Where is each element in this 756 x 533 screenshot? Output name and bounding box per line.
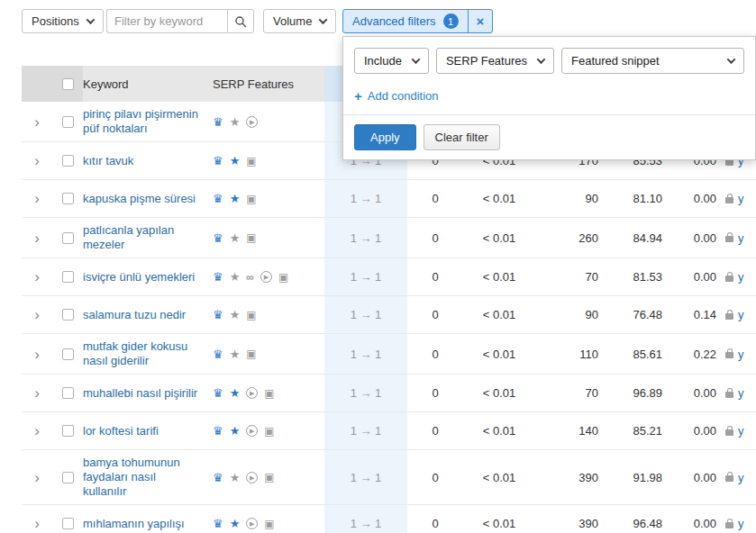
row-checkbox[interactable]: [62, 309, 74, 321]
table-row: salamura tuzu nedir ♛★▣ 1 → 1 0 < 0.01 9…: [22, 296, 756, 334]
expand-chevron-icon[interactable]: [34, 516, 40, 531]
star-icon: ★: [230, 425, 241, 437]
traffic-cell: < 0.01: [463, 386, 535, 400]
table-row: mıhlamanın yapılışı ♛★▶▣ 1 → 1 0 < 0.01 …: [22, 505, 756, 533]
kd-cell: 96.48: [606, 517, 668, 530]
keyword-link[interactable]: salamura tuzu nedir: [83, 308, 186, 322]
search-icon: [234, 15, 247, 28]
table-row: mutfak gider kokusu nasıl giderilir ♛★▣ …: [22, 334, 756, 375]
row-checkbox[interactable]: [62, 232, 74, 244]
volume-dropdown[interactable]: Volume: [263, 9, 336, 33]
star-icon: ★: [230, 271, 241, 283]
diff-cell: 0: [407, 471, 463, 484]
row-checkbox[interactable]: [62, 155, 74, 167]
expand-chevron-icon[interactable]: [34, 423, 40, 438]
row-checkbox[interactable]: [62, 271, 74, 283]
keyword-link[interactable]: pirinç pilavı pişirmenin püf noktaları: [83, 107, 200, 136]
kd-cell: 81.10: [606, 192, 668, 205]
clear-filter-button[interactable]: Clear filter: [424, 124, 500, 150]
star-icon: ★: [230, 155, 241, 167]
diff-cell: 0: [407, 386, 463, 400]
kd-cell: 91.98: [606, 471, 668, 484]
video-icon: ▶: [246, 518, 258, 529]
row-checkbox[interactable]: [62, 518, 74, 529]
url-link[interactable]: y: [738, 308, 744, 321]
keyword-link[interactable]: patlıcanla yapılan mezeler: [83, 223, 200, 252]
include-select[interactable]: Include: [354, 48, 429, 74]
select-all-checkbox[interactable]: [62, 78, 74, 90]
url-cell: y: [722, 231, 756, 245]
expand-chevron-icon[interactable]: [34, 114, 40, 130]
serp-features-cell: ♛★∞▶▣: [207, 271, 324, 283]
keyword-link[interactable]: isviçre ünlü yemekleri: [83, 270, 195, 285]
image-icon: ▣: [264, 426, 274, 437]
cpc-cell: 0.00: [668, 231, 722, 245]
url-link[interactable]: y: [738, 192, 744, 205]
url-link[interactable]: y: [738, 424, 744, 438]
cpc-cell: 0.00: [668, 471, 722, 484]
keyword-link[interactable]: bamya tohumunun faydaları nasıl kullanıl…: [83, 456, 200, 499]
traffic-cell: < 0.01: [463, 270, 535, 284]
expand-chevron-icon[interactable]: [34, 269, 40, 285]
diff-cell: 0: [407, 270, 463, 284]
row-checkbox[interactable]: [62, 425, 74, 437]
star-icon: ★: [230, 309, 241, 321]
diff-cell: 0: [407, 192, 463, 205]
row-checkbox[interactable]: [62, 348, 74, 360]
video-icon: ▶: [246, 387, 258, 399]
add-condition-link[interactable]: Add condition: [354, 88, 439, 104]
traffic-cell: < 0.01: [463, 424, 535, 438]
featured-snippet-icon: ♛: [213, 387, 223, 399]
link-icon: ∞: [246, 272, 254, 283]
expand-chevron-icon[interactable]: [34, 153, 40, 168]
keyword-link[interactable]: mutfak gider kokusu nasıl giderilir: [83, 339, 200, 368]
url-link[interactable]: y: [738, 231, 744, 245]
featured-snippet-icon: ♛: [213, 472, 223, 483]
position-cell: 1 → 1: [324, 180, 407, 217]
url-link[interactable]: y: [738, 471, 744, 484]
featured-snippet-icon: ♛: [213, 309, 223, 321]
keyword-link[interactable]: mıhlamanın yapılışı: [83, 517, 185, 531]
col-header-keyword[interactable]: Keyword: [83, 66, 207, 102]
url-cell: y: [722, 471, 756, 484]
col-header-serp-features[interactable]: SERP Features: [207, 66, 324, 102]
table-row: bamya tohumunun faydaları nasıl kullanıl…: [22, 450, 756, 505]
advanced-filters-button[interactable]: Advanced filters 1: [343, 10, 468, 32]
expand-chevron-icon[interactable]: [34, 230, 40, 246]
search-button[interactable]: [227, 9, 254, 33]
expand-chevron-icon[interactable]: [34, 470, 40, 485]
expand-chevron-icon[interactable]: [34, 191, 40, 206]
row-checkbox[interactable]: [62, 116, 74, 128]
row-checkbox[interactable]: [62, 193, 74, 204]
lock-icon: [725, 475, 733, 482]
keyword-link[interactable]: kapuska pişme süresi: [83, 192, 196, 206]
traffic-cell: < 0.01: [463, 231, 535, 245]
apply-button[interactable]: Apply: [354, 124, 416, 150]
filter-value-select[interactable]: Featured snippet: [561, 48, 744, 74]
url-link[interactable]: y: [738, 270, 744, 284]
keyword-link[interactable]: lor koftesi tarifi: [83, 424, 159, 438]
keyword-link[interactable]: kıtır tavuk: [83, 154, 133, 168]
filter-field-select[interactable]: SERP Features: [436, 48, 554, 74]
url-link[interactable]: y: [738, 348, 744, 361]
expand-chevron-icon[interactable]: [34, 347, 40, 362]
expand-chevron-icon[interactable]: [34, 385, 40, 401]
row-checkbox[interactable]: [62, 472, 74, 483]
url-cell: y: [722, 270, 756, 284]
url-link[interactable]: y: [738, 386, 744, 400]
traffic-cell: < 0.01: [463, 192, 535, 205]
lock-icon: [725, 522, 733, 528]
keyword-link[interactable]: muhallebi nasıl pişirilir: [83, 386, 197, 401]
close-icon[interactable]: [468, 10, 493, 32]
row-checkbox[interactable]: [62, 387, 74, 399]
lock-icon: [725, 429, 733, 436]
cpc-cell: 0.00: [668, 517, 722, 530]
keyword-filter-input[interactable]: [106, 9, 227, 33]
lock-icon: [725, 352, 733, 358]
expand-chevron-icon[interactable]: [34, 307, 40, 322]
image-icon: ▣: [264, 519, 274, 529]
table-row: kapuska pişme süresi ♛★▣ 1 → 1 0 < 0.01 …: [22, 180, 756, 218]
url-link[interactable]: y: [738, 517, 744, 530]
star-icon: ★: [230, 472, 241, 483]
positions-dropdown[interactable]: Positions: [22, 9, 104, 33]
